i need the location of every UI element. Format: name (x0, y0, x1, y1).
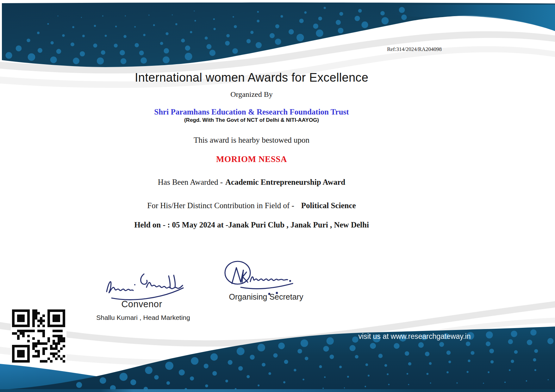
recipient-name: MORIOM NESSA (0, 154, 503, 164)
foundation-registration: (Regd. With The Govt of NCT of Delhi & N… (0, 117, 503, 123)
award-line-prefix: Has Been Awarded - (158, 178, 223, 186)
organized-by-label: Organized By (0, 90, 503, 99)
convenor-role-label: Convenor (99, 299, 184, 309)
secretary-role-label: Organising Secretary (227, 292, 306, 302)
held-on-line: Held on - : 05 May 2024 at -Janak Puri C… (0, 221, 503, 229)
bestowed-line: This award is hearby bestowed upon (0, 136, 503, 145)
field-line: For His/Her Distinct Contribution in Fie… (0, 201, 503, 210)
field-name: Political Science (301, 201, 356, 210)
convenor-signature (103, 269, 188, 303)
award-line: Has Been Awarded -Academic Entrepreneurs… (0, 178, 503, 187)
certificate-title: International women Awards for Excellenc… (0, 71, 503, 84)
secretary-signature (222, 257, 302, 296)
award-name: Academic Entrepreneurship Award (225, 178, 345, 186)
reference-number: Ref:314/2024/RA204098 (387, 46, 442, 53)
certificate-page: Ref:314/2024/RA204098 International wome… (0, 0, 555, 392)
bottom-edge-strip (0, 389, 555, 392)
field-line-prefix: For His/Her Distinct Contribution in Fie… (147, 201, 294, 210)
website-line: visit us at www.researchgateway.in (358, 332, 471, 341)
qr-code (11, 308, 66, 364)
foundation-name: Shri Paramhans Education & Research Foun… (0, 108, 503, 116)
convenor-detail-label: Shallu Kumari , Head Marketing (89, 314, 198, 321)
